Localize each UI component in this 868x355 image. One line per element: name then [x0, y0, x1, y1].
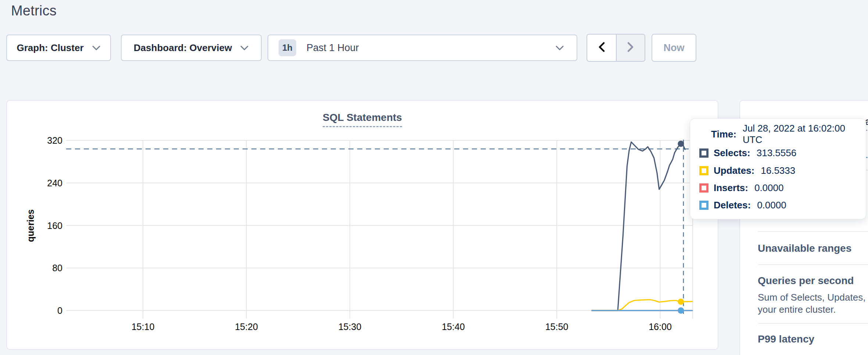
sidebar-divider — [758, 323, 868, 324]
tooltip-series-label: Selects: — [714, 147, 750, 159]
tooltip-series-label: Updates: — [714, 165, 754, 176]
chevron-down-icon — [92, 45, 101, 51]
sidebar-divider — [758, 264, 868, 265]
sidebar-divider — [758, 231, 868, 232]
tooltip-series-row-inserts: Inserts: 0.0000 — [699, 182, 783, 193]
sidebar-section-description-line1: Sum of Selects, Updates, Inserts — [758, 292, 868, 303]
time-step-button-group — [587, 34, 645, 62]
svg-text:15:20: 15:20 — [235, 322, 258, 332]
sidebar-section-queries-per-second: Queries per second — [758, 275, 854, 287]
time-range-selector[interactable]: 1h Past 1 Hour — [268, 35, 577, 61]
sql-statements-chart[interactable]: 08016024032015:1015:2015:3015:4015:5016:… — [7, 101, 718, 349]
tooltip-series-row-updates: Updates: 16.5333 — [699, 165, 795, 176]
tooltip-time-value: Jul 28, 2022 at 16:02:00 UTC — [743, 123, 866, 146]
tooltip-time-row: Time: Jul 28, 2022 at 16:02:00 UTC — [711, 129, 866, 140]
tooltip-series-value: 313.5556 — [757, 147, 796, 159]
chevron-down-icon — [555, 45, 564, 51]
sql-statements-chart-card: SQL Statements 08016024032015:1015:2015:… — [6, 100, 718, 350]
tooltip-time-label: Time: — [711, 129, 736, 140]
chevron-left-icon — [598, 42, 605, 54]
sidebar-section-description-line2: your entire cluster. — [758, 304, 836, 315]
time-range-label: Past 1 Hour — [306, 42, 547, 54]
svg-text:15:10: 15:10 — [132, 322, 155, 332]
svg-text:320: 320 — [47, 135, 62, 146]
now-button[interactable]: Now — [652, 34, 696, 62]
svg-text:240: 240 — [47, 178, 62, 188]
tooltip-series-label: Deletes: — [714, 200, 751, 211]
tooltip-series-label: Inserts: — [714, 182, 748, 194]
svg-text:queries: queries — [25, 209, 36, 242]
next-time-button[interactable] — [616, 35, 645, 61]
tooltip-series-value: 0.0000 — [754, 182, 784, 194]
svg-text:16:00: 16:00 — [649, 322, 672, 332]
metrics-page: { "page": { "title": "Metrics" }, "toolb… — [0, 0, 868, 355]
prev-time-button[interactable] — [587, 35, 616, 61]
sidebar-section-unavailable-ranges: Unavailable ranges — [758, 243, 851, 254]
svg-text:0: 0 — [57, 305, 62, 316]
dashboard-dropdown-label: Dashboard: Overview — [134, 42, 232, 54]
chart-tooltip: Time: Jul 28, 2022 at 16:02:00 UTC Selec… — [690, 118, 866, 219]
tooltip-series-row-deletes: Deletes: 0.0000 — [699, 200, 786, 211]
graph-dropdown[interactable]: Graph: Cluster — [6, 35, 111, 61]
tooltip-series-value: 0.0000 — [757, 200, 786, 211]
graph-dropdown-label: Graph: Cluster — [17, 42, 83, 54]
tooltip-series-row-selects: Selects: 313.5556 — [699, 147, 796, 158]
dashboard-dropdown[interactable]: Dashboard: Overview — [121, 35, 262, 61]
sidebar-section-p99-latency: P99 latency — [758, 333, 814, 345]
time-range-badge: 1h — [279, 39, 296, 56]
updates-series-swatch — [699, 166, 709, 175]
deletes-series-swatch — [699, 201, 709, 210]
chevron-down-icon — [240, 45, 249, 51]
page-title: Metrics — [11, 3, 57, 19]
inserts-series-swatch — [699, 183, 709, 193]
svg-text:160: 160 — [47, 220, 62, 231]
svg-text:15:50: 15:50 — [545, 322, 568, 332]
svg-text:15:30: 15:30 — [338, 322, 362, 332]
selects-series-swatch — [699, 148, 709, 158]
svg-text:80: 80 — [52, 263, 62, 273]
chevron-right-icon — [627, 42, 634, 54]
tooltip-series-value: 16.5333 — [761, 165, 795, 176]
svg-text:15:40: 15:40 — [442, 322, 465, 332]
